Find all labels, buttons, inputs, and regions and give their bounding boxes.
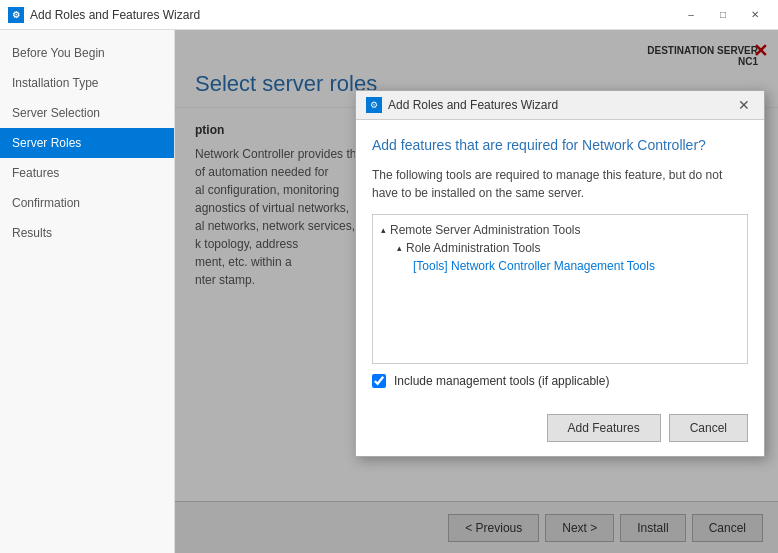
- tree-item-0: ▴ Remote Server Administration Tools: [381, 221, 739, 239]
- modal-heading: Add features that are required for Netwo…: [372, 136, 748, 156]
- maximize-button[interactable]: □: [708, 5, 738, 25]
- management-tools-checkbox[interactable]: [372, 374, 386, 388]
- add-features-button[interactable]: Add Features: [547, 414, 661, 442]
- title-bar-text: Add Roles and Features Wizard: [30, 8, 200, 22]
- modal-footer: Add Features Cancel: [356, 410, 764, 456]
- modal-body: Add features that are required for Netwo…: [356, 120, 764, 410]
- modal-close-button[interactable]: ✕: [734, 98, 754, 112]
- close-button[interactable]: ✕: [740, 5, 770, 25]
- tree-arrow-1: ▴: [397, 243, 402, 253]
- modal-title-left: ⚙ Add Roles and Features Wizard: [366, 97, 558, 113]
- sidebar-item-features[interactable]: Features: [0, 158, 174, 188]
- wizard-icon: ⚙: [8, 7, 24, 23]
- tree-item-text-0: Remote Server Administration Tools: [390, 223, 581, 237]
- main-container: Before You Begin Installation Type Serve…: [0, 30, 778, 553]
- tree-arrow-0: ▴: [381, 225, 386, 235]
- sidebar-item-before-you-begin[interactable]: Before You Begin: [0, 38, 174, 68]
- title-bar: ⚙ Add Roles and Features Wizard – □ ✕: [0, 0, 778, 30]
- sidebar-item-server-roles[interactable]: Server Roles: [0, 128, 174, 158]
- tree-item-text-1: Role Administration Tools: [406, 241, 541, 255]
- management-tools-checkbox-row: Include management tools (if applicable): [372, 374, 748, 388]
- modal-tree: ▴ Remote Server Administration Tools ▴ R…: [372, 214, 748, 364]
- modal-cancel-button[interactable]: Cancel: [669, 414, 748, 442]
- title-bar-left: ⚙ Add Roles and Features Wizard: [8, 7, 200, 23]
- management-tools-label: Include management tools (if applicable): [394, 374, 609, 388]
- modal-title-text: Add Roles and Features Wizard: [388, 98, 558, 112]
- modal-overlay: ⚙ Add Roles and Features Wizard ✕ Add fe…: [175, 30, 778, 553]
- modal-description: The following tools are required to mana…: [372, 166, 748, 202]
- sidebar: Before You Begin Installation Type Serve…: [0, 30, 175, 553]
- tree-item-1: ▴ Role Administration Tools: [381, 239, 739, 257]
- modal-title-bar: ⚙ Add Roles and Features Wizard ✕: [356, 91, 764, 120]
- minimize-button[interactable]: –: [676, 5, 706, 25]
- modal-wizard-icon: ⚙: [366, 97, 382, 113]
- sidebar-item-confirmation[interactable]: Confirmation: [0, 188, 174, 218]
- sidebar-item-installation-type[interactable]: Installation Type: [0, 68, 174, 98]
- sidebar-item-server-selection[interactable]: Server Selection: [0, 98, 174, 128]
- tree-item-text-2: [Tools] Network Controller Management To…: [413, 259, 655, 273]
- tree-item-2: [Tools] Network Controller Management To…: [381, 257, 739, 275]
- content-area: DESTINATION SERVER NC1 Select server rol…: [175, 30, 778, 553]
- sidebar-item-results[interactable]: Results: [0, 218, 174, 248]
- modal-dialog: ⚙ Add Roles and Features Wizard ✕ Add fe…: [355, 90, 765, 457]
- title-bar-controls: – □ ✕: [676, 5, 770, 25]
